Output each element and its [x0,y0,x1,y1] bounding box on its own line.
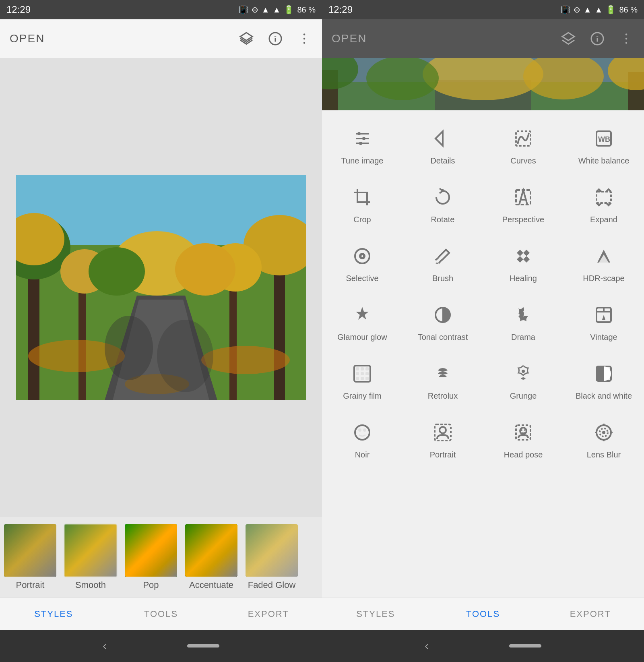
info-button-right[interactable] [589,31,605,47]
svg-rect-41 [105,542,117,577]
white-balance-icon: WB [592,126,616,151]
system-nav-right: ‹ [322,630,644,662]
svg-point-133 [521,429,522,431]
image-strip-svg [322,58,644,110]
tool-label-grainy-film: Grainy film [343,391,382,401]
svg-rect-125 [597,366,604,381]
nav-styles-right[interactable]: STYLES [322,598,429,630]
portrait-thumb-img [4,524,56,577]
tool-expand[interactable]: Expand [564,176,644,234]
svg-rect-39 [64,540,76,577]
svg-rect-38 [83,548,99,577]
home-pill-right[interactable] [509,644,541,648]
nav-tools-left[interactable]: TOOLS [107,598,215,630]
tool-noir[interactable]: Noir [322,411,402,470]
back-button-right[interactable]: ‹ [425,639,428,652]
status-icons-right: 📳 ⊖ ▲ ▲ 🔋 86 % [560,5,638,14]
tool-label-crop: Crop [353,214,371,225]
svg-point-67 [256,535,288,558]
nav-styles-left[interactable]: STYLES [0,598,107,630]
svg-point-43 [74,535,107,558]
tool-drama[interactable]: Drama [483,293,564,352]
tool-tune-image[interactable]: Tune image [322,117,402,176]
layers-button-right[interactable] [560,31,576,47]
layers-button-left[interactable] [238,31,254,47]
svg-point-123 [522,370,525,373]
tool-retrolux[interactable]: Retrolux [402,352,483,411]
style-label-pop: Pop [143,580,159,590]
svg-rect-57 [226,542,237,577]
pop-thumb-img [125,524,177,577]
tool-label-vintage: Vintage [590,332,617,342]
tool-grunge[interactable]: Grunge [483,352,564,411]
style-portrait[interactable]: Portrait [0,524,60,590]
style-smooth[interactable]: Smooth [60,524,121,590]
tool-tonal-contrast[interactable]: Tonal contrast [402,293,483,352]
style-faded-glow[interactable]: Faded Glow [242,524,302,590]
tool-head-pose[interactable]: Head pose [483,411,564,470]
tool-grainy-film[interactable]: Grainy film [322,352,402,411]
nav-label-tools-right: TOOLS [466,609,500,619]
tool-vintage[interactable]: Vintage [564,293,644,352]
tool-glamour-glow[interactable]: Glamour glow [322,293,402,352]
tool-curves[interactable]: Curves [483,117,564,176]
tool-portrait[interactable]: Portrait [402,411,483,470]
style-pop[interactable]: Pop [121,524,181,590]
svg-point-24 [201,346,290,374]
tool-hdr-scape[interactable]: HDR-scape [564,234,644,293]
details-icon [431,126,455,151]
tool-black-and-white[interactable]: Black and white [564,352,644,411]
tool-white-balance[interactable]: WB White balance [564,117,644,176]
svg-rect-100 [597,192,611,203]
glamour-glow-icon [350,303,374,327]
info-button-left[interactable] [267,31,283,47]
tool-lens-blur[interactable]: Lens Blur [564,411,644,470]
tool-crop[interactable]: Crop [322,176,402,234]
bottom-nav-right: STYLES TOOLS EXPORT [322,598,644,630]
svg-marker-112 [602,315,605,320]
tools-grid: Tune image Details [322,110,644,476]
tool-rotate[interactable]: Rotate [402,176,483,234]
svg-rect-45 [125,548,177,577]
back-button-left[interactable]: ‹ [103,639,106,652]
app-bar-icons-right [560,31,634,47]
svg-rect-55 [185,540,196,577]
status-bar-right: 12:29 📳 ⊖ ▲ ▲ 🔋 86 % [322,0,644,19]
more-button-left[interactable] [296,31,312,47]
svg-point-5 [303,38,305,40]
svg-rect-33 [44,542,56,577]
svg-rect-46 [143,548,159,577]
svg-point-127 [358,428,361,432]
nav-tools-right[interactable]: TOOLS [429,598,537,630]
hdr-scape-icon [592,244,616,268]
healing-icon [511,244,535,268]
svg-point-32 [4,528,24,552]
tool-selective[interactable]: Selective [322,234,402,293]
svg-point-91 [362,137,365,140]
nav-export-right[interactable]: EXPORT [537,598,644,630]
svg-rect-114 [356,367,359,370]
tool-perspective[interactable]: Perspective [483,176,564,234]
svg-rect-61 [246,548,298,577]
svg-marker-69 [562,33,574,41]
tool-healing[interactable]: Healing [483,234,564,293]
nav-export-left[interactable]: EXPORT [215,598,322,630]
image-strip-right [322,58,644,110]
svg-rect-60 [246,524,298,577]
style-accentuate[interactable]: Accentuate [181,524,242,590]
svg-rect-44 [125,524,177,577]
svg-point-92 [359,142,362,145]
tool-brush[interactable]: Brush [402,234,483,293]
svg-point-58 [218,530,237,553]
home-pill-left[interactable] [187,644,219,648]
tools-scroll[interactable]: Tune image Details [322,110,644,598]
app-bar-icons-left [238,31,312,47]
vibrate-icon-r: 📳 [560,5,570,14]
nav-label-export-right: EXPORT [570,609,611,619]
tool-details[interactable]: Details [402,117,483,176]
svg-point-48 [125,528,144,552]
more-button-right[interactable] [618,31,634,47]
svg-point-64 [246,528,265,552]
svg-rect-54 [203,548,219,577]
status-icons-left: 📳 ⊖ ▲ ▲ 🔋 86 % [238,5,316,14]
